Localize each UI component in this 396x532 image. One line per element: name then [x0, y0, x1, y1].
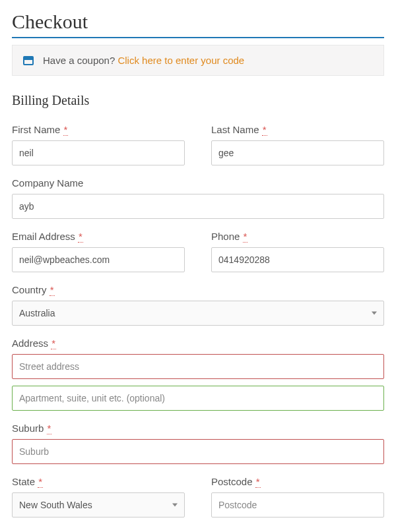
- suburb-input[interactable]: [12, 439, 384, 464]
- required-marker: *: [78, 231, 83, 243]
- page-title: Checkout: [12, 11, 384, 33]
- state-select[interactable]: New South Wales: [12, 492, 185, 517]
- company-input[interactable]: [12, 194, 384, 219]
- phone-label: Phone *: [211, 231, 384, 242]
- required-marker: *: [255, 476, 261, 488]
- postcode-input[interactable]: [211, 492, 384, 517]
- suburb-label: Suburb *: [12, 423, 384, 434]
- required-marker: *: [38, 476, 43, 488]
- chevron-down-icon: [172, 504, 178, 507]
- coupon-prompt: Have a coupon?: [43, 55, 117, 66]
- email-label: Email Address *: [12, 231, 185, 242]
- address-label: Address *: [12, 338, 384, 349]
- billing-section-title: Billing Details: [12, 93, 384, 108]
- company-label: Company Name: [12, 177, 384, 189]
- phone-input[interactable]: [211, 247, 384, 272]
- title-divider: [12, 37, 384, 38]
- email-input[interactable]: [12, 247, 185, 272]
- chevron-down-icon: [372, 312, 377, 315]
- first-name-label: First Name *: [12, 124, 185, 135]
- postcode-label: Postcode *: [211, 476, 384, 487]
- country-label: Country *: [12, 284, 384, 295]
- required-marker: *: [51, 338, 56, 349]
- last-name-input[interactable]: [211, 140, 384, 165]
- coupon-notice: Have a coupon? Click here to enter your …: [12, 45, 384, 76]
- country-value: Australia: [19, 308, 55, 318]
- required-marker: *: [262, 124, 267, 136]
- required-marker: *: [63, 124, 69, 136]
- coupon-link[interactable]: Click here to enter your code: [117, 55, 244, 66]
- coupon-text: Have a coupon? Click here to enter your …: [43, 55, 244, 66]
- state-label: State *: [12, 476, 185, 487]
- first-name-input[interactable]: [12, 140, 185, 165]
- required-marker: *: [243, 231, 248, 243]
- state-value: New South Wales: [19, 500, 92, 510]
- address-line2-input[interactable]: [12, 386, 384, 411]
- last-name-label: Last Name *: [211, 124, 384, 135]
- required-marker: *: [47, 423, 52, 434]
- calendar-icon: [23, 56, 34, 65]
- country-select[interactable]: Australia: [12, 301, 384, 326]
- required-marker: *: [50, 284, 55, 296]
- street-address-input[interactable]: [12, 354, 384, 379]
